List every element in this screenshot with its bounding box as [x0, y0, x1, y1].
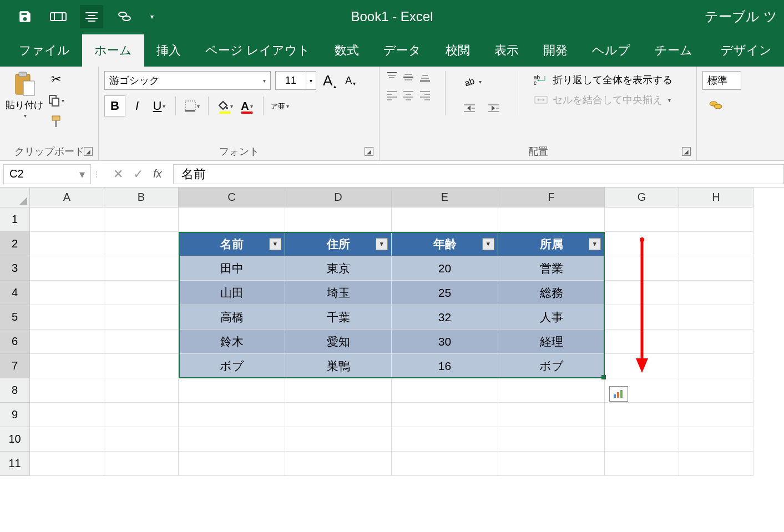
col-header-F[interactable]: F — [498, 188, 605, 207]
table-cell[interactable]: 巣鴨 — [285, 354, 392, 378]
cell[interactable] — [392, 403, 498, 427]
cell[interactable] — [30, 427, 104, 452]
cell[interactable] — [679, 452, 753, 476]
col-header-A[interactable]: A — [30, 188, 104, 207]
enter-formula-icon[interactable]: ✓ — [133, 167, 143, 181]
increase-indent-button[interactable] — [483, 98, 504, 119]
table-cell[interactable]: 20 — [392, 256, 498, 281]
cell[interactable] — [104, 207, 179, 232]
cell[interactable] — [498, 427, 605, 452]
cell[interactable] — [605, 403, 679, 427]
row-header[interactable]: 9 — [0, 403, 30, 427]
cell[interactable] — [30, 305, 104, 330]
table-cell[interactable]: 東京 — [285, 256, 392, 281]
tab-help[interactable]: ヘルプ — [580, 34, 643, 67]
select-all-corner[interactable] — [0, 188, 30, 207]
cancel-formula-icon[interactable]: ✕ — [113, 167, 123, 181]
font-name-select[interactable]: 游ゴシック ▾ — [104, 71, 271, 90]
cell[interactable] — [679, 354, 753, 378]
decrease-indent-button[interactable] — [459, 98, 480, 119]
cell[interactable] — [679, 207, 753, 232]
tab-team[interactable]: チーム — [643, 34, 705, 67]
tab-home[interactable]: ホーム — [82, 34, 144, 67]
cell[interactable] — [285, 378, 392, 403]
cell[interactable] — [679, 330, 753, 354]
cell[interactable] — [30, 354, 104, 378]
cell[interactable] — [30, 207, 104, 232]
cell[interactable] — [679, 232, 753, 256]
orientation-button[interactable]: ab ▾ — [459, 71, 485, 92]
table-cell[interactable]: 愛知 — [285, 330, 392, 354]
table-cell[interactable]: 山田 — [179, 281, 285, 305]
fill-color-button[interactable]: ▾ — [214, 95, 235, 116]
table-cell[interactable]: 30 — [392, 330, 498, 354]
cell[interactable] — [679, 256, 753, 281]
row-header[interactable]: 4 — [0, 281, 30, 305]
tab-review[interactable]: 校閲 — [433, 34, 482, 67]
row-header[interactable]: 1 — [0, 207, 30, 232]
filter-dropdown-icon[interactable]: ▾ — [482, 238, 494, 250]
cell[interactable] — [30, 232, 104, 256]
tab-developer[interactable]: 開発 — [531, 34, 580, 67]
tab-data[interactable]: データ — [371, 34, 433, 67]
chevron-down-icon[interactable]: ▾ — [306, 71, 316, 90]
cell[interactable] — [104, 427, 179, 452]
italic-button[interactable]: I — [127, 95, 148, 116]
tab-file[interactable]: ファイル — [7, 34, 82, 67]
align-middle-button[interactable] — [402, 71, 415, 83]
col-header-D[interactable]: D — [285, 188, 392, 207]
row-header[interactable]: 3 — [0, 256, 30, 281]
align-center-button[interactable] — [402, 89, 415, 101]
tab-insert[interactable]: 挿入 — [144, 34, 193, 67]
dialog-launcher-icon[interactable]: ◢ — [365, 147, 373, 156]
cell[interactable] — [104, 305, 179, 330]
cell[interactable] — [104, 403, 179, 427]
touch-mode-icon[interactable] — [47, 5, 70, 28]
filter-dropdown-icon[interactable]: ▾ — [269, 238, 281, 250]
cell[interactable] — [392, 427, 498, 452]
cell[interactable] — [179, 452, 285, 476]
col-header-G[interactable]: G — [605, 188, 679, 207]
cell[interactable] — [104, 354, 179, 378]
tab-page-layout[interactable]: ページ レイアウト — [193, 34, 322, 67]
cell[interactable] — [285, 403, 392, 427]
dialog-launcher-icon[interactable]: ◢ — [84, 147, 93, 156]
cell[interactable] — [285, 207, 392, 232]
cell[interactable] — [605, 427, 679, 452]
cell[interactable] — [179, 207, 285, 232]
cell[interactable] — [392, 207, 498, 232]
cell[interactable] — [285, 427, 392, 452]
cell[interactable] — [30, 256, 104, 281]
cell[interactable] — [30, 403, 104, 427]
border-button[interactable]: ▾ — [181, 95, 203, 116]
table-cell[interactable]: 人事 — [498, 305, 605, 330]
tab-formulas[interactable]: 数式 — [322, 34, 371, 67]
align-left-button[interactable] — [385, 89, 398, 101]
cell[interactable] — [30, 378, 104, 403]
cell[interactable] — [605, 452, 679, 476]
table-cell[interactable]: 営業 — [498, 256, 605, 281]
table-cell[interactable]: 埼玉 — [285, 281, 392, 305]
tab-design[interactable]: デザイン — [709, 34, 784, 67]
table-cell[interactable]: 鈴木 — [179, 330, 285, 354]
underline-button[interactable]: U▾ — [149, 95, 170, 116]
phonetic-button[interactable]: ア亜 ▾ — [269, 95, 290, 116]
cell[interactable] — [679, 378, 753, 403]
increase-font-button[interactable]: A▴ — [321, 72, 338, 89]
cell[interactable] — [30, 330, 104, 354]
wrap-text-button[interactable]: abc 折り返して全体を表示する — [534, 73, 672, 87]
col-header-E[interactable]: E — [392, 188, 498, 207]
cell[interactable] — [179, 378, 285, 403]
decrease-font-button[interactable]: A▾ — [343, 75, 358, 87]
fx-icon[interactable]: fx — [153, 168, 162, 180]
cell[interactable] — [104, 256, 179, 281]
col-header-H[interactable]: H — [679, 188, 753, 207]
number-format-select[interactable]: 標準 — [702, 71, 741, 90]
row-header[interactable]: 8 — [0, 378, 30, 403]
row-header[interactable]: 2 — [0, 232, 30, 256]
align-bottom-button[interactable] — [418, 71, 432, 83]
chevron-down-icon[interactable]: ▾ — [79, 168, 85, 181]
table-cell[interactable]: 千葉 — [285, 305, 392, 330]
cell[interactable] — [498, 378, 605, 403]
table-cell[interactable]: 田中 — [179, 256, 285, 281]
